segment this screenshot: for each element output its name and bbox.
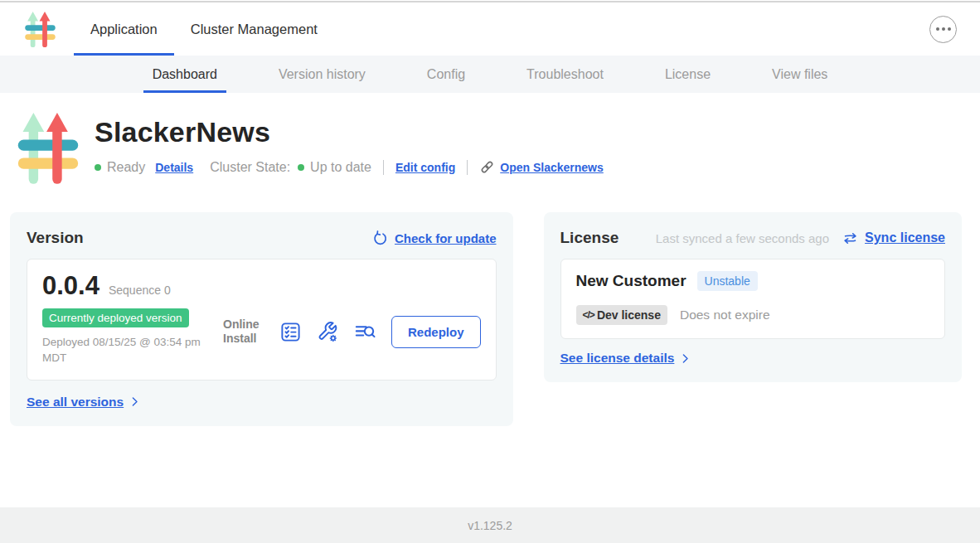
see-all-versions-link[interactable]: See all versions xyxy=(27,395,124,410)
license-card: License Last synced a few seconds ago Sy… xyxy=(544,212,962,382)
license-card-title: License xyxy=(560,229,619,247)
slackernews-app-icon xyxy=(15,108,81,187)
deployed-timestamp: Deployed 08/15/25 @ 03:54 pm MDT xyxy=(42,335,223,366)
see-license-details-link[interactable]: See license details xyxy=(560,351,675,366)
sequence-label: Sequence 0 xyxy=(109,284,171,297)
page-title: SlackerNews xyxy=(95,116,604,148)
tab-cluster-management-label: Cluster Management xyxy=(191,22,318,37)
tab-application-label: Application xyxy=(90,22,158,37)
app-status-row: Ready Details Cluster State: Up to date … xyxy=(95,159,604,175)
tab-version-history[interactable]: Version history xyxy=(248,56,396,93)
open-slackernews-link[interactable]: Open Slackernews xyxy=(500,161,604,174)
tab-dashboard[interactable]: Dashboard xyxy=(122,56,248,93)
ellipsis-icon xyxy=(936,27,939,31)
install-type-label: Online Install xyxy=(223,318,264,347)
current-version-panel: 0.0.4 Sequence 0 Currently deployed vers… xyxy=(27,259,497,381)
tab-config[interactable]: Config xyxy=(396,56,496,93)
code-icon: </> xyxy=(583,309,594,321)
more-options-button[interactable] xyxy=(929,16,957,43)
tab-application[interactable]: Application xyxy=(74,2,174,56)
version-number: 0.0.4 xyxy=(42,271,99,301)
refresh-icon xyxy=(372,230,388,246)
cluster-state-label: Cluster State: xyxy=(210,160,290,175)
app-header: SlackerNews Ready Details Cluster State:… xyxy=(15,108,965,187)
sync-license-link[interactable]: Sync license xyxy=(865,230,945,245)
version-actions: Online Install xyxy=(223,298,481,366)
console-footer: v1.125.2 xyxy=(0,507,980,543)
header-tabs: Application Cluster Management xyxy=(74,2,334,56)
license-type-badge: </> Dev license xyxy=(576,305,667,325)
divider xyxy=(467,160,468,175)
link-chain-icon xyxy=(479,159,495,175)
console-version-text: v1.125.2 xyxy=(468,519,512,532)
channel-badge: Unstable xyxy=(697,271,758,291)
tab-cluster-management[interactable]: Cluster Management xyxy=(174,2,334,56)
customer-name: New Customer xyxy=(576,272,686,290)
top-navbar: Application Cluster Management xyxy=(0,2,980,56)
cluster-state-value: Up to date xyxy=(310,160,371,175)
version-info: 0.0.4 Sequence 0 Currently deployed vers… xyxy=(42,271,223,366)
license-expiry-text: Does not expire xyxy=(680,308,770,322)
app-status-text: Ready xyxy=(107,160,145,175)
dashboard-cards: Version Check for update 0.0.4 Sequence … xyxy=(0,212,980,426)
app-subnav: Dashboard Version history Config Trouble… xyxy=(0,56,980,93)
redeploy-button[interactable]: Redeploy xyxy=(391,316,481,348)
replicated-app-logo-icon xyxy=(23,9,57,49)
tab-license[interactable]: License xyxy=(634,56,741,93)
view-logs-icon[interactable] xyxy=(354,321,376,343)
edit-config-link[interactable]: Edit config xyxy=(395,161,455,174)
preflight-checks-icon[interactable] xyxy=(279,321,302,343)
tab-troubleshoot[interactable]: Troubleshoot xyxy=(496,56,634,93)
divider xyxy=(383,160,384,175)
app-status-dot xyxy=(95,164,101,171)
chevron-right-icon xyxy=(678,351,692,366)
sync-arrows-icon xyxy=(842,230,858,246)
config-wrench-icon[interactable] xyxy=(317,321,339,343)
chevron-right-icon xyxy=(128,395,142,409)
tab-view-files[interactable]: View files xyxy=(741,56,858,93)
status-details-link[interactable]: Details xyxy=(155,161,193,174)
deployed-status-badge: Currently deployed version xyxy=(42,308,189,327)
version-card-title: Version xyxy=(27,229,84,247)
license-panel: New Customer Unstable </> Dev license Do… xyxy=(560,259,945,339)
cluster-state-dot xyxy=(298,164,304,171)
last-synced-text: Last synced a few seconds ago xyxy=(656,231,829,245)
version-card: Version Check for update 0.0.4 Sequence … xyxy=(10,212,513,426)
check-for-update-link[interactable]: Check for update xyxy=(395,231,497,245)
